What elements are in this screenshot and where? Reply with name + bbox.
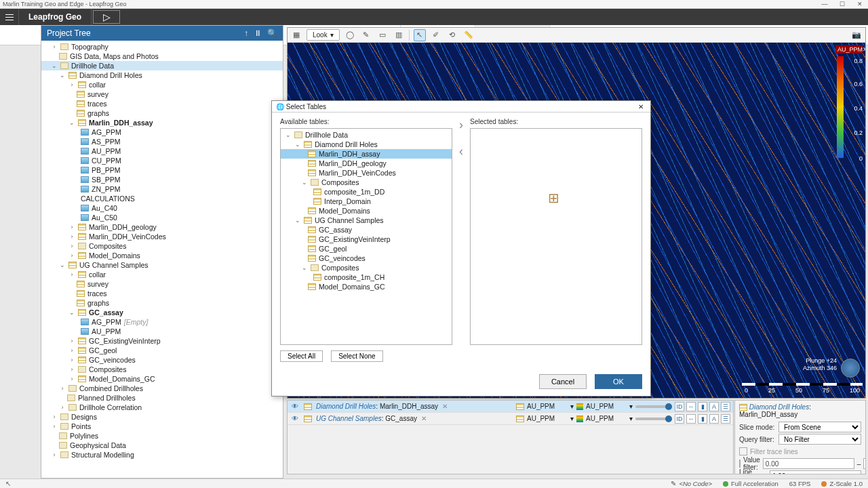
- menu-button[interactable]: [0, 9, 19, 25]
- ok-button[interactable]: OK: [595, 374, 642, 389]
- tool-rotate-icon[interactable]: ⟲: [446, 29, 458, 41]
- dialog-titlebar[interactable]: 🌐 Select Tables ✕: [272, 101, 650, 113]
- value-filter-checkbox[interactable]: [739, 460, 741, 468]
- legend-close-icon[interactable]: ✕: [863, 46, 866, 53]
- remove-icon[interactable]: ✕: [442, 403, 448, 410]
- select-all-button[interactable]: Select All: [280, 350, 323, 362]
- available-label: Available tables:: [280, 118, 452, 125]
- tool-lasso-icon[interactable]: ◯: [344, 29, 356, 41]
- close-window-button[interactable]: ✕: [854, 1, 865, 7]
- tool-a-icon[interactable]: A: [709, 402, 719, 411]
- play-button[interactable]: ▷: [93, 10, 120, 24]
- panel-title: Project Tree: [47, 28, 91, 38]
- line-radius-input[interactable]: [770, 470, 861, 474]
- collapse-up-icon[interactable]: ↑: [244, 28, 248, 38]
- remove-icon[interactable]: ✕: [421, 415, 427, 422]
- tool-slice-icon[interactable]: ▥: [393, 29, 405, 41]
- tree-drillhole-data: ⌄Drillhole Data: [41, 61, 283, 70]
- props-title: Diamond Drill Holes: Marlin_DDH_assay: [739, 403, 861, 418]
- tool-select-icon[interactable]: ↖: [414, 29, 426, 41]
- tool-measure-icon[interactable]: 📏: [462, 29, 475, 41]
- cancel-button[interactable]: Cancel: [539, 374, 587, 389]
- view-orientation: Plunge +24 Azimuth 346: [803, 357, 837, 372]
- compass-icon[interactable]: [841, 359, 860, 378]
- visibility-icon[interactable]: 👁: [290, 415, 300, 422]
- project-tree[interactable]: ›Topography GIS Data, Maps and Photos ⌄D…: [41, 41, 283, 478]
- tool-brush-icon[interactable]: ✎: [360, 29, 372, 41]
- minimize-button[interactable]: —: [819, 1, 830, 7]
- opacity-slider[interactable]: [635, 418, 672, 420]
- pause-icon[interactable]: ⏸: [254, 28, 262, 38]
- vf-low-input: [763, 458, 854, 469]
- select-tables-dialog: 🌐 Select Tables ✕ Available tables: ⌄Dri…: [271, 100, 651, 396]
- available-item-assay: Marlin_DDH_assay: [281, 149, 452, 159]
- empty-tables-icon: ⊞: [548, 190, 564, 206]
- vf-high-input: [863, 458, 866, 469]
- app-header: Leapfrog Geo ▷: [0, 9, 868, 25]
- slice-mode-select[interactable]: From Scene: [778, 422, 861, 432]
- visibility-icon[interactable]: 👁: [290, 403, 300, 410]
- dialog-close-icon[interactable]: ✕: [635, 103, 646, 110]
- filter-trace-checkbox[interactable]: [739, 447, 747, 455]
- view-menu-icon[interactable]: ▦: [290, 29, 302, 41]
- cursor-icon: ↖: [5, 480, 11, 487]
- properties-panel: Diamond Drill Holes: Marlin_DDH_assay Sl…: [734, 400, 866, 474]
- scene-list-panel: 👁 Diamond Drill Holes: Marlin_DDH_assay …: [287, 400, 734, 474]
- available-tables-list[interactable]: ⌄Drillhole Data ⌄Diamond Drill Holes Mar…: [280, 128, 452, 345]
- app-title: Marlin Training Geo and Edge - Leapfrog …: [3, 1, 127, 7]
- tool-list-icon[interactable]: ☰: [721, 402, 730, 411]
- app-name: Leapfrog Geo: [19, 9, 92, 25]
- status-bar: ↖ ✎<No Code> Full Acceleration 63 FPS Z-…: [0, 479, 868, 488]
- color-legend: AU_PPM✕ 0.8 0.6 0.4 0.2 0: [835, 45, 863, 161]
- status-dot-icon: [723, 481, 728, 487]
- look-button[interactable]: Look▾: [307, 29, 340, 41]
- scene-row-2[interactable]: 👁 UG Channel Samples: GC_assay ✕ AU_PPM▾…: [288, 413, 733, 425]
- query-filter-select[interactable]: No Filter: [778, 434, 861, 445]
- colormap-icon[interactable]: [576, 403, 583, 410]
- maximize-button[interactable]: ☐: [837, 1, 848, 7]
- selected-tables-list[interactable]: ⊞: [470, 128, 642, 345]
- os-titlebar: Marlin Training Geo and Edge - Leapfrog …: [0, 0, 868, 9]
- scale-bar: 0255075100: [745, 387, 860, 394]
- tool-arrow-icon[interactable]: ↔: [686, 402, 696, 411]
- move-right-icon[interactable]: ›: [459, 118, 463, 132]
- selected-label: Selected tables:: [470, 118, 642, 125]
- code-icon: ✎: [671, 480, 676, 487]
- tool-id-icon[interactable]: ID: [675, 402, 684, 411]
- viewport-toolbar: ▦ Look▾ ◯ ✎ ▭ ▥ ↖ ✐ ⟲ 📏 📷: [288, 28, 865, 43]
- tool-hist-icon[interactable]: ▮: [698, 402, 707, 411]
- tool-edit-icon[interactable]: ✐: [430, 29, 442, 41]
- camera-icon[interactable]: 📷: [850, 29, 863, 41]
- project-tree-header: Project Tree ↑ ⏸ 🔍: [41, 26, 283, 41]
- search-icon[interactable]: 🔍: [267, 28, 277, 38]
- select-none-button[interactable]: Select None: [331, 350, 382, 362]
- opacity-slider[interactable]: [635, 405, 672, 408]
- move-left-icon[interactable]: ‹: [459, 144, 463, 159]
- tool-rect-icon[interactable]: ▭: [376, 29, 389, 41]
- scene-row-1[interactable]: 👁 Diamond Drill Holes: Marlin_DDH_assay …: [288, 401, 733, 413]
- colormap-icon[interactable]: [576, 415, 583, 422]
- zscale-icon: [821, 481, 827, 487]
- project-tree-panel: Project Tree ↑ ⏸ 🔍 ›Topography GIS Data,…: [41, 25, 283, 479]
